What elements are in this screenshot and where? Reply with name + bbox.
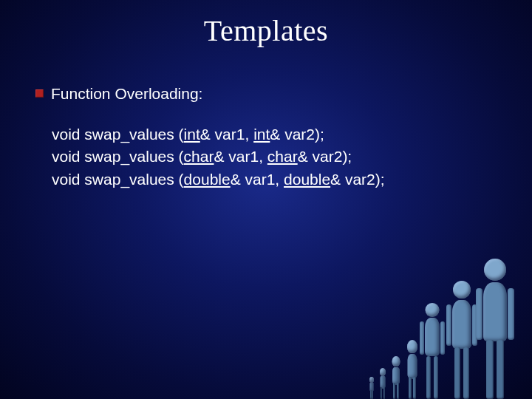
bullet-item: Function Overloading: bbox=[35, 85, 502, 103]
code-type: char bbox=[267, 148, 298, 165]
bullet-text: Function Overloading: bbox=[51, 85, 202, 103]
code-text: & var2); bbox=[270, 126, 324, 143]
figure-icon bbox=[473, 259, 517, 399]
slide: Templates Function Overloading: void swa… bbox=[0, 0, 532, 399]
code-type: double bbox=[284, 171, 330, 188]
slide-content: Function Overloading: void swap_values (… bbox=[35, 85, 502, 191]
code-text: void swap_values ( bbox=[52, 171, 184, 188]
code-text: & var2); bbox=[298, 148, 352, 165]
code-text: & var1, bbox=[200, 126, 253, 143]
code-text: void swap_values ( bbox=[52, 126, 184, 143]
code-type: char bbox=[184, 148, 214, 165]
code-line-2: void swap_values (char& var1, char& var2… bbox=[52, 146, 502, 168]
figure-icon bbox=[368, 377, 375, 399]
code-type: double bbox=[184, 171, 231, 188]
code-line-1: void swap_values (int& var1, int& var2); bbox=[52, 123, 502, 146]
code-block: void swap_values (int& var1, int& var2);… bbox=[52, 123, 502, 191]
code-type: int bbox=[184, 126, 200, 143]
slide-title: Templates bbox=[0, 13, 532, 48]
figure-icon bbox=[389, 356, 403, 399]
figure-icon bbox=[417, 303, 447, 399]
people-silhouette-graphic bbox=[325, 251, 517, 399]
code-text: void swap_values ( bbox=[52, 148, 184, 165]
code-text: & var1, bbox=[214, 148, 267, 165]
bullet-icon bbox=[35, 89, 44, 98]
code-text: & var1, bbox=[231, 171, 284, 188]
figure-icon bbox=[378, 368, 388, 399]
code-type: int bbox=[253, 126, 270, 143]
code-line-3: void swap_values (double& var1, double& … bbox=[52, 168, 502, 191]
code-text: & var2); bbox=[330, 171, 385, 188]
